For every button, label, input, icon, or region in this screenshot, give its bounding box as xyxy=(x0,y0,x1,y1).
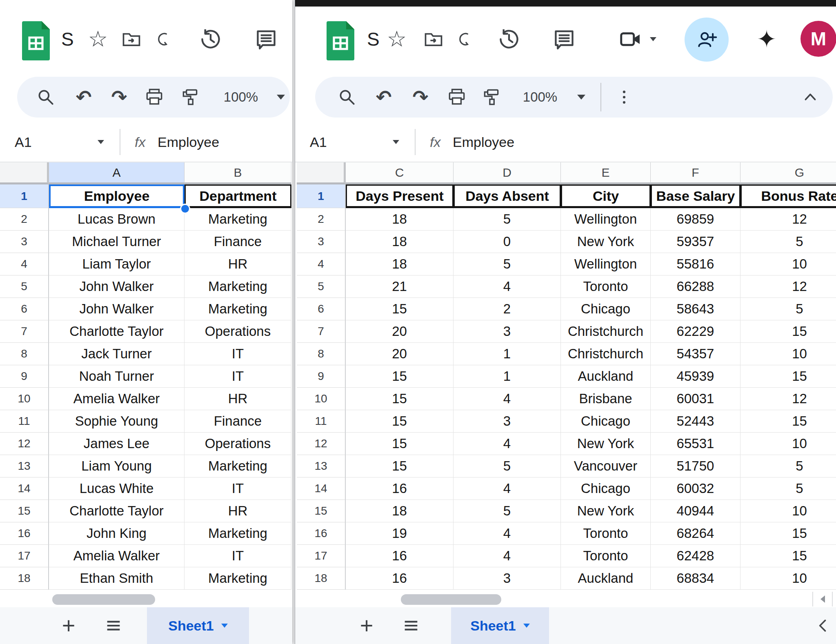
row-header-18[interactable]: 18 xyxy=(0,567,49,590)
sheet-tab-menu-icon[interactable] xyxy=(221,624,228,628)
row-header-8[interactable]: 8 xyxy=(0,343,49,365)
cell-E7[interactable]: Christchurch xyxy=(561,320,651,343)
cell-F9[interactable]: 45939 xyxy=(651,365,740,388)
cell-C5[interactable]: 21 xyxy=(346,275,454,298)
cell-E18[interactable]: Auckland xyxy=(561,567,651,590)
column-header-B[interactable]: B xyxy=(185,162,291,184)
cell-A12[interactable]: James Lee xyxy=(49,433,185,455)
meet-camera-icon[interactable] xyxy=(618,27,643,52)
row-header-4[interactable]: 4 xyxy=(0,253,49,275)
cell-D5[interactable]: 4 xyxy=(454,275,561,298)
cell-E13[interactable]: Vancouver xyxy=(561,455,651,477)
cell-C6[interactable]: 15 xyxy=(346,298,454,320)
cell-C7[interactable]: 20 xyxy=(346,320,454,343)
scrollbar-thumb[interactable] xyxy=(52,594,155,605)
cell-B9[interactable]: IT xyxy=(185,365,291,388)
cell-G13[interactable]: 5 xyxy=(740,455,836,477)
row-header-6[interactable]: 6 xyxy=(0,298,49,320)
row-header-5[interactable]: 5 xyxy=(297,275,346,298)
undo-icon[interactable]: ↶ xyxy=(376,88,392,107)
cell-D13[interactable]: 5 xyxy=(454,455,561,477)
cell-E9[interactable]: Auckland xyxy=(561,365,651,388)
cell-D6[interactable]: 2 xyxy=(454,298,561,320)
column-header-E[interactable]: E xyxy=(561,162,651,184)
cell-G17[interactable]: 15 xyxy=(740,545,836,567)
row-header-7[interactable]: 7 xyxy=(297,320,346,343)
row-header-1[interactable]: 1 xyxy=(297,184,346,208)
sheet-tab-active[interactable]: Sheet1 xyxy=(147,607,249,644)
cell-A14[interactable]: Lucas White xyxy=(49,477,185,500)
cell-B12[interactable]: Operations xyxy=(185,433,291,455)
row-header-14[interactable]: 14 xyxy=(297,477,346,500)
cell-B6[interactable]: Marketing xyxy=(185,298,291,320)
add-sheet-button[interactable]: + xyxy=(62,614,76,637)
undo-icon[interactable]: ↶ xyxy=(76,88,92,107)
zoom-dropdown-arrow-icon[interactable] xyxy=(277,95,285,100)
cell-D14[interactable]: 4 xyxy=(454,477,561,500)
cell-E4[interactable]: Wellington xyxy=(561,253,651,275)
cell-F15[interactable]: 40944 xyxy=(651,500,740,522)
column-header-G[interactable]: G xyxy=(740,162,836,184)
cell-D18[interactable]: 3 xyxy=(454,567,561,590)
row-header-17[interactable]: 17 xyxy=(297,545,346,567)
cell-G6[interactable]: 5 xyxy=(740,298,836,320)
cell-C12[interactable]: 15 xyxy=(346,433,454,455)
print-icon[interactable] xyxy=(144,87,165,107)
cell-A16[interactable]: John King xyxy=(49,522,185,545)
cell-G18[interactable]: 10 xyxy=(740,567,836,590)
cell-B7[interactable]: Operations xyxy=(185,320,291,343)
cell-A5[interactable]: John Walker xyxy=(49,275,185,298)
cell-F3[interactable]: 59357 xyxy=(651,231,740,253)
row-header-2[interactable]: 2 xyxy=(0,208,49,231)
cell-F11[interactable]: 52443 xyxy=(651,410,740,433)
sheet-tab-active[interactable]: Sheet1 xyxy=(451,607,549,644)
row-header-7[interactable]: 7 xyxy=(0,320,49,343)
cell-G8[interactable]: 10 xyxy=(740,343,836,365)
cell-A9[interactable]: Noah Turner xyxy=(49,365,185,388)
zoom-level-dropdown[interactable]: 100% xyxy=(224,89,258,105)
row-header-15[interactable]: 15 xyxy=(297,500,346,522)
sheet-tab-menu-icon[interactable] xyxy=(523,624,530,628)
cell-G11[interactable]: 15 xyxy=(740,410,836,433)
row-header-6[interactable]: 6 xyxy=(297,298,346,320)
select-all-corner[interactable] xyxy=(0,162,49,184)
fill-handle[interactable] xyxy=(180,204,190,214)
cell-B18[interactable]: Marketing xyxy=(185,567,291,590)
cell-G14[interactable]: 5 xyxy=(740,477,836,500)
row-header-8[interactable]: 8 xyxy=(297,343,346,365)
horizontal-scrollbar[interactable] xyxy=(295,592,836,608)
row-header-2[interactable]: 2 xyxy=(297,208,346,231)
cell-G7[interactable]: 15 xyxy=(740,320,836,343)
cell-E8[interactable]: Christchurch xyxy=(561,343,651,365)
cell-E6[interactable]: Chicago xyxy=(561,298,651,320)
cell-E10[interactable]: Brisbane xyxy=(561,388,651,410)
search-icon[interactable] xyxy=(337,87,357,107)
cell-G16[interactable]: 15 xyxy=(740,522,836,545)
cell-B17[interactable]: IT xyxy=(185,545,291,567)
collapse-side-panel-icon[interactable] xyxy=(814,617,832,635)
cell-D9[interactable]: 1 xyxy=(454,365,561,388)
redo-icon[interactable]: ↷ xyxy=(111,88,127,107)
cell-A4[interactable]: Liam Taylor xyxy=(49,253,185,275)
cell-C13[interactable]: 15 xyxy=(346,455,454,477)
cell-A3[interactable]: Michael Turner xyxy=(49,231,185,253)
cell-C10[interactable]: 15 xyxy=(346,388,454,410)
row-header-12[interactable]: 12 xyxy=(0,433,49,455)
cell-D8[interactable]: 1 xyxy=(454,343,561,365)
row-header-10[interactable]: 10 xyxy=(0,388,49,410)
cell-D3[interactable]: 0 xyxy=(454,231,561,253)
column-header-D[interactable]: D xyxy=(454,162,561,184)
cell-G2[interactable]: 12 xyxy=(740,208,836,231)
cell-B10[interactable]: HR xyxy=(185,388,291,410)
star-icon[interactable]: ☆ xyxy=(387,28,407,50)
comments-icon[interactable] xyxy=(254,27,278,51)
cell-B4[interactable]: HR xyxy=(185,253,291,275)
version-history-icon[interactable] xyxy=(199,27,222,51)
star-icon[interactable]: ☆ xyxy=(88,28,108,50)
all-sheets-button[interactable] xyxy=(104,616,123,635)
move-folder-icon[interactable] xyxy=(423,29,444,50)
cell-D4[interactable]: 5 xyxy=(454,253,561,275)
cell-D1[interactable]: Days Absent xyxy=(454,184,561,208)
cell-G4[interactable]: 10 xyxy=(740,253,836,275)
cell-B11[interactable]: Finance xyxy=(185,410,291,433)
